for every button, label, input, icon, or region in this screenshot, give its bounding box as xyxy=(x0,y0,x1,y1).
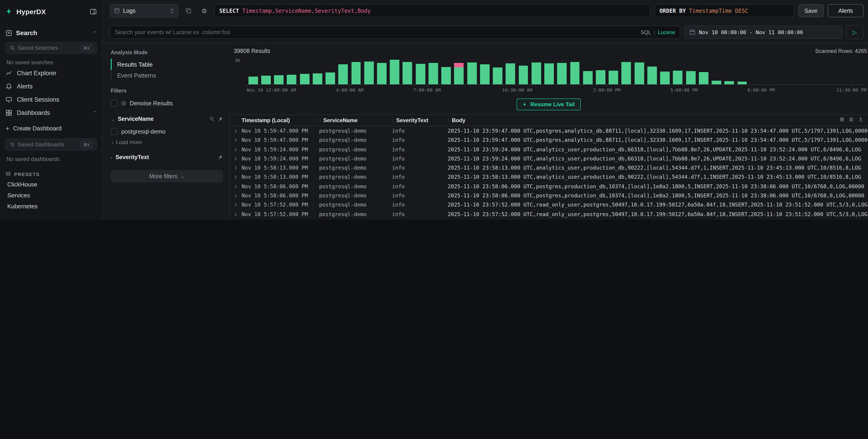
log-rows[interactable]: ❯Nov 10 5:59:47.000 PMpostgresql-demoinf… xyxy=(230,126,868,220)
row-expand-icon[interactable]: ❯ xyxy=(230,200,242,210)
row-density-icon[interactable]: ≣ xyxy=(849,116,854,123)
order-by-input[interactable]: ORDER BY TimestampTime DESC xyxy=(654,4,794,17)
query-settings-button[interactable]: ⚙ xyxy=(198,5,210,17)
row-expand-icon[interactable]: ❯ xyxy=(230,163,242,173)
filter-value-label: postgresql-demo xyxy=(121,128,165,135)
log-row[interactable]: ❯Nov 10 5:58:06.000 PMpostgresql-demoinf… xyxy=(230,191,868,200)
log-row[interactable]: ❯Nov 10 5:58:13.000 PMpostgresql-demoinf… xyxy=(230,163,868,173)
column-resize-handle[interactable]: ⁞ xyxy=(392,118,394,123)
collapse-sidebar-icon[interactable] xyxy=(90,8,97,15)
log-row[interactable]: ❯Nov 10 5:57:52.000 PMpostgresql-demoinf… xyxy=(230,200,868,210)
filter-value-postgresql-demo[interactable]: postgresql-demo xyxy=(111,125,223,137)
row-expand-icon[interactable]: ❯ xyxy=(230,182,242,191)
save-button[interactable]: Save xyxy=(798,4,824,17)
chevron-right-icon[interactable]: › xyxy=(111,155,113,160)
hyperdx-app: HyperDX Search ⌃ Saved Searches ⌘K No sa… xyxy=(0,0,868,220)
source-select-value: Logs xyxy=(123,7,167,14)
histogram-bar xyxy=(491,68,504,85)
chevron-up-icon[interactable]: ⌃ xyxy=(93,110,97,115)
row-expand-icon[interactable]: ❯ xyxy=(230,191,242,200)
more-filters-button[interactable]: More filters ⌄ xyxy=(111,170,223,182)
log-row[interactable]: ❯Nov 10 5:59:24.000 PMpostgresql-demoinf… xyxy=(230,145,868,154)
histogram-bar xyxy=(324,73,337,85)
column-resize-handle[interactable]: ⁞ xyxy=(319,118,320,123)
source-select[interactable]: Logs xyxy=(110,4,178,17)
search-section-header[interactable]: Search ⌃ xyxy=(5,27,97,38)
resume-live-tail-button[interactable]: Resume Live Tail xyxy=(517,98,581,110)
pin-icon[interactable] xyxy=(218,155,223,160)
events-histogram[interactable]: 2K Nov 10 12:00:00 AM4:00:00 AM7:00:00 A… xyxy=(229,59,865,94)
denoise-label: Denoise Results xyxy=(130,100,173,106)
col-timestamp[interactable]: Timestamp (Local) xyxy=(242,117,319,124)
histogram-bar xyxy=(607,71,620,85)
col-body[interactable]: ⁞Body xyxy=(448,117,868,124)
mode-results-table[interactable]: Results Table xyxy=(111,59,223,70)
histogram-bar xyxy=(723,81,736,84)
duplicate-query-button[interactable] xyxy=(182,5,194,17)
create-dashboard-button[interactable]: + Create Dashboard xyxy=(5,121,97,135)
denoise-results-toggle[interactable]: ◎ Denoise Results xyxy=(111,97,223,109)
alerts-button[interactable]: Alerts xyxy=(828,4,863,17)
pin-icon[interactable] xyxy=(218,117,223,122)
histogram-bar xyxy=(530,63,542,85)
search-placeholder: Search your events w/ Lucene ex. column:… xyxy=(115,29,230,35)
row-body: 2025-11-10 23:58:06.000 UTC,postgres,pro… xyxy=(448,191,868,200)
sidebar-item-alerts[interactable]: Alerts xyxy=(5,80,97,93)
saved-dashboards-input[interactable]: Saved Dashboards ⌘K xyxy=(5,138,97,151)
table-settings-icon[interactable]: ⊞ xyxy=(840,116,844,123)
row-expand-icon[interactable]: ❯ xyxy=(230,154,242,163)
denoise-checkbox[interactable] xyxy=(111,100,118,106)
row-body: 2025-11-10 23:57:52.000 UTC,read_only_us… xyxy=(448,210,868,219)
col-severitytext[interactable]: ⁞SeverityText xyxy=(392,117,448,124)
filter-group-servicename[interactable]: ⌄ ServiceName xyxy=(111,113,223,125)
saved-searches-placeholder: Saved Searches xyxy=(18,45,78,51)
preset-kubernetes[interactable]: Kubernetes xyxy=(5,200,97,212)
download-icon[interactable] xyxy=(858,116,863,123)
log-row[interactable]: ❯Nov 10 5:58:13.000 PMpostgresql-demoinf… xyxy=(230,173,868,182)
lang-sql[interactable]: SQL xyxy=(641,29,651,35)
preset-services[interactable]: Services xyxy=(5,190,97,200)
log-row[interactable]: ❯Nov 10 5:59:47.000 PMpostgresql-demoinf… xyxy=(230,126,868,136)
row-body: 2025-11-10 23:58:13.000 UTC,analytics_us… xyxy=(448,173,868,182)
row-severity: info xyxy=(392,154,448,163)
row-expand-icon[interactable]: ❯ xyxy=(230,126,242,136)
no-saved-searches-text: No saved searches xyxy=(6,59,97,66)
filter-checkbox[interactable] xyxy=(111,128,118,135)
row-expand-icon[interactable]: ❯ xyxy=(230,136,242,145)
col-servicename[interactable]: ⁞ServiceName xyxy=(319,117,392,124)
live-tail-play-button[interactable]: ▷ xyxy=(846,25,863,39)
date-range-picker[interactable]: Nov 10 00:00:00 - Nov 11 00:00:00 xyxy=(684,26,842,39)
bell-icon xyxy=(5,83,12,90)
results-header: 39808 Results Scanned Rows: 4265 xyxy=(229,43,868,59)
log-table: Timestamp (Local) ⁞ServiceName ⁞Severity… xyxy=(229,115,868,220)
chevron-down-icon[interactable]: ⌄ xyxy=(111,117,115,122)
column-resize-handle[interactable]: ⁞ xyxy=(448,118,449,123)
select-columns-input[interactable]: SELECT Timestamp,ServiceName,SeverityTex… xyxy=(214,4,650,17)
topbar: Logs ⚙ SELECT Timestamp,ServiceName,Seve… xyxy=(102,0,868,43)
log-row[interactable]: ❯Nov 10 5:57:00.000 PMpostgresql-demoinf… xyxy=(230,219,868,220)
mode-event-patterns[interactable]: Event Patterns xyxy=(112,70,223,81)
saved-searches-input[interactable]: Saved Searches ⌘K xyxy=(5,42,97,54)
load-more-button[interactable]: › Load more xyxy=(111,137,223,147)
row-expand-icon[interactable]: ❯ xyxy=(230,173,242,182)
log-row[interactable]: ❯Nov 10 5:59:47.000 PMpostgresql-demoinf… xyxy=(230,136,868,145)
preset-clickhouse[interactable]: ClickHouse xyxy=(5,179,97,190)
sidebar-item-chart-explorer[interactable]: Chart Explorer xyxy=(5,67,97,80)
x-axis-label: 11:30:00 PM xyxy=(836,88,866,93)
row-expand-icon[interactable]: ❯ xyxy=(230,219,242,220)
query-language-toggle[interactable]: SQL | Lucene xyxy=(641,29,675,35)
row-expand-icon[interactable]: ❯ xyxy=(230,145,242,154)
sidebar-item-client-sessions[interactable]: Client Sessions xyxy=(5,93,97,106)
log-row[interactable]: ❯Nov 10 5:58:06.000 PMpostgresql-demoinf… xyxy=(230,182,868,191)
log-row[interactable]: ❯Nov 10 5:57:52.000 PMpostgresql-demoinf… xyxy=(230,210,868,219)
chevron-up-icon[interactable]: ⌃ xyxy=(93,30,97,35)
filter-search-icon[interactable] xyxy=(209,116,215,122)
row-expand-icon[interactable]: ❯ xyxy=(230,210,242,219)
lang-lucene[interactable]: Lucene xyxy=(658,29,675,35)
histogram-bars[interactable] xyxy=(247,59,864,85)
filter-group-severitytext[interactable]: › SeverityText xyxy=(111,151,223,164)
histogram-bar xyxy=(247,76,259,84)
log-row[interactable]: ❯Nov 10 5:59:24.000 PMpostgresql-demoinf… xyxy=(230,154,868,163)
sidebar-item-dashboards[interactable]: Dashboards ⌃ xyxy=(5,106,97,120)
search-input[interactable]: Search your events w/ Lucene ex. column:… xyxy=(110,26,680,39)
